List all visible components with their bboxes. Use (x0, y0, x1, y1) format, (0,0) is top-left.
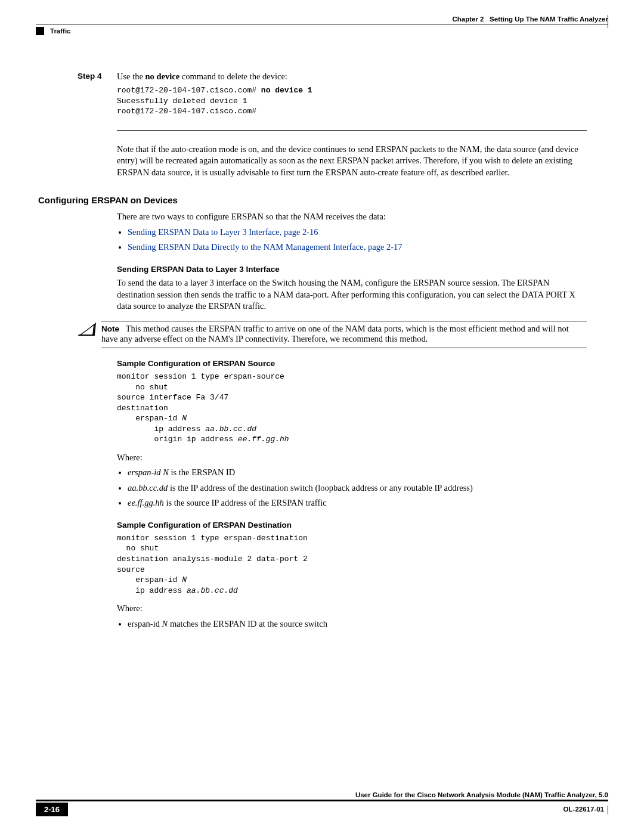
page-footer: User Guide for the Cisco Network Analysi… (36, 789, 608, 816)
note-block: Note This method causes the ERSPAN traff… (78, 321, 587, 348)
sample-source-cli: monitor session 1 type erspan-source no … (117, 371, 587, 445)
configuring-intro: There are two ways to configure ERSPAN s… (117, 211, 587, 223)
chapter-title: Setting Up The NAM Traffic Analyzer (490, 16, 608, 23)
doc-id: OL-22617-01 (564, 806, 608, 814)
layer3-heading: Sending ERSPAN Data to Layer 3 Interface (117, 265, 587, 274)
note-rule-top (101, 321, 587, 321)
page-content: Step 4 Use the no device command to dele… (78, 72, 587, 634)
step-4: Step 4 Use the no device command to dele… (78, 72, 587, 82)
footer-title: User Guide for the Cisco Network Analysi… (36, 791, 608, 798)
link-mgmt-interface[interactable]: Sending ERSPAN Data Directly to the NAM … (128, 240, 587, 254)
where-item: erspan-id N is the ERSPAN ID (128, 466, 587, 479)
sample-dest-where: erspan-id N matches the ERSPAN ID at the… (117, 617, 587, 631)
sample-dest-heading: Sample Configuration of ERSPAN Destinati… (117, 521, 587, 529)
step-body: Use the no device command to delete the … (117, 72, 587, 82)
chapter-label: Chapter 2 (452, 16, 484, 23)
where-item: ee.ff.gg.hh is the source IP address of … (128, 496, 587, 510)
step-label: Step 4 (78, 72, 117, 80)
link-layer3[interactable]: Sending ERSPAN Data to Layer 3 Interface… (128, 225, 587, 239)
layer3-para: To send the data to a layer 3 interface … (117, 277, 587, 312)
note-icon (78, 321, 101, 348)
section-rule (117, 130, 587, 131)
sample-dest-cli: monitor session 1 type erspan-destinatio… (117, 533, 587, 596)
sample-source-heading: Sample Configuration of ERSPAN Source (117, 359, 587, 368)
where-item: erspan-id N matches the ERSPAN ID at the… (128, 617, 587, 631)
where-label-2: Where: (117, 603, 587, 615)
where-item: aa.bb.cc.dd is the IP address of the des… (128, 481, 587, 495)
sample-source-where: erspan-id N is the ERSPAN ID aa.bb.cc.dd… (117, 466, 587, 510)
header-rule (36, 24, 608, 24)
where-label-1: Where: (117, 452, 587, 464)
configuring-links: Sending ERSPAN Data to Layer 3 Interface… (117, 225, 587, 254)
header-section: Traffic (50, 27, 71, 35)
page-header: Chapter 2 Setting Up The NAM Traffic Ana… (36, 16, 608, 35)
page-number: 2-16 (36, 803, 68, 816)
note-rule-bottom (101, 348, 587, 348)
header-square-icon (36, 27, 44, 35)
note-text: Note This method causes the ERSPAN traff… (101, 324, 587, 344)
auto-create-note: Note that if the auto-creation mode is o… (117, 144, 587, 179)
cli-output: root@172-20-104-107.cisco.com# no device… (117, 85, 587, 117)
header-vertical-rule (608, 15, 608, 28)
configuring-erspan-heading: Configuring ERSPAN on Devices (38, 195, 587, 205)
